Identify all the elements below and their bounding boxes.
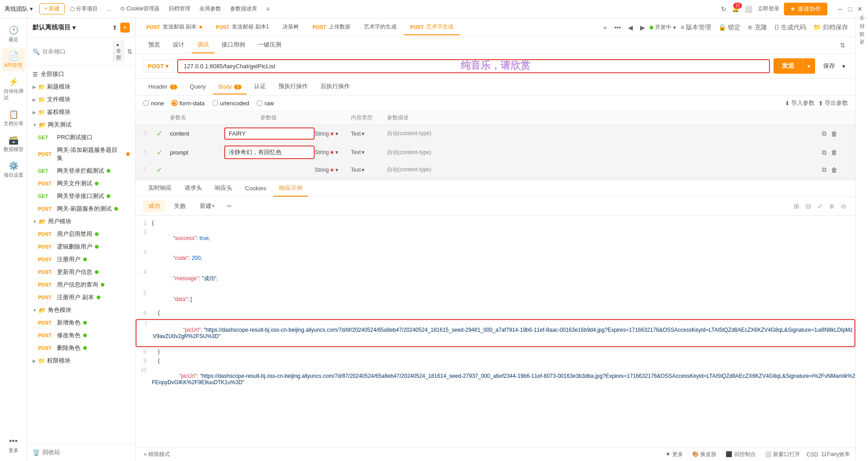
- radio-form-data[interactable]: form-data: [171, 100, 205, 107]
- send-button[interactable]: 发送: [774, 58, 802, 74]
- global-params-button[interactable]: 全局参数: [196, 4, 225, 14]
- tab-1[interactable]: POST 发送邮箱 副本1: [209, 19, 275, 35]
- folder-perm[interactable]: ▶ 📁 权限模块: [27, 354, 135, 367]
- filter-icon[interactable]: ⇅: [837, 41, 848, 50]
- copy-param-button[interactable]: ⧉: [821, 165, 827, 174]
- code-editor[interactable]: 1 { 2 "success": true, 3 "code": 200,: [136, 216, 855, 447]
- gen-code-button[interactable]: ⟨⟩ 生成代码: [772, 23, 809, 33]
- radio-raw[interactable]: raw: [256, 100, 274, 107]
- all-interfaces-item[interactable]: ☰ 全部接口: [27, 68, 135, 80]
- right-sidebar-word[interactable]: 字: [857, 22, 867, 27]
- sidebar-item-recent[interactable]: 🕐 最近: [2, 23, 25, 46]
- resp-tab-resp-headers[interactable]: 响应头: [209, 180, 238, 197]
- resp-sub-tab-success[interactable]: 成功: [143, 200, 165, 212]
- export-params-button[interactable]: ⬆ 导出参数: [818, 99, 848, 107]
- folder-auth[interactable]: ▶ 📁 鉴权模块: [27, 106, 135, 118]
- user-api-6[interactable]: POST 注册用户 副本: [27, 291, 135, 304]
- req-tab-header[interactable]: Header 1: [143, 80, 183, 94]
- settings-button[interactable]: ⬜: [744, 5, 753, 14]
- role-api-3[interactable]: POST 删除角色: [27, 342, 135, 354]
- resp-tab-cookies[interactable]: Cookies: [240, 181, 272, 196]
- gateway-api-5[interactable]: GET 网关登录接口测试: [27, 190, 135, 202]
- sub-tab-example[interactable]: 接口用例: [216, 37, 250, 53]
- add-folder-button[interactable]: +: [120, 23, 130, 33]
- resp-tab-req-headers[interactable]: 请求头: [179, 180, 208, 197]
- right-sidebar-segment[interactable]: 段: [857, 30, 867, 35]
- resp-grid-button[interactable]: ⊞: [792, 202, 801, 211]
- gateway-api-1[interactable]: GET PRC测试接口: [27, 131, 135, 144]
- content-type-selector[interactable]: Text ▾: [351, 167, 387, 173]
- version-mgr-button[interactable]: ≡ 版本管理: [678, 23, 714, 33]
- archive-save-button[interactable]: 📁 归档保存: [811, 23, 851, 33]
- more-status-button[interactable]: ▼ 更多: [663, 450, 686, 459]
- req-tab-pre-exec[interactable]: 预执行操作: [273, 79, 313, 95]
- team-selector[interactable]: 离线团队 ▾: [5, 5, 33, 13]
- resp-tab-example[interactable]: 响应示例: [274, 180, 308, 197]
- env-selector[interactable]: 开发中 ▾: [650, 24, 676, 31]
- tab-5[interactable]: POST 艺术字生成: [404, 19, 460, 35]
- resp-zoom-button[interactable]: ⊕: [827, 202, 836, 211]
- sub-tab-preview[interactable]: 预览: [143, 37, 165, 53]
- tab-2[interactable]: 决策树: [276, 19, 305, 35]
- notification-bell[interactable]: 🔔 15: [732, 5, 739, 12]
- drag-handle[interactable]: ⠿: [143, 130, 156, 137]
- export-button[interactable]: ⬆: [111, 23, 118, 32]
- save-dropdown-button[interactable]: ▾: [840, 59, 848, 73]
- refresh-button[interactable]: ↻: [720, 5, 727, 14]
- check-icon[interactable]: ✓: [156, 148, 170, 157]
- folder-file[interactable]: ▶ 📁 文件模块: [27, 93, 135, 106]
- drag-handle[interactable]: ⠿: [143, 149, 156, 156]
- trash-item[interactable]: 🗑️ 回收站: [33, 448, 130, 456]
- param-type-selector[interactable]: String ★ ▾: [315, 149, 351, 155]
- right-sidebar-describe[interactable]: 描: [857, 38, 867, 43]
- edit-example-button[interactable]: ✏: [223, 201, 236, 212]
- share-project-button[interactable]: ⬡ 分享项目: [66, 4, 101, 14]
- radio-urlencoded[interactable]: urlencoded: [212, 100, 249, 107]
- sidebar-item-more[interactable]: ••• 更多: [2, 434, 25, 456]
- tab-0[interactable]: POST 发送邮箱 副本: [140, 19, 208, 35]
- sidebar-item-settings[interactable]: ⚙️ 项目设置: [2, 158, 25, 181]
- check-icon[interactable]: ✓: [156, 165, 170, 174]
- resp-cols-button[interactable]: ⊟: [804, 202, 813, 211]
- gateway-api-3[interactable]: GET 网关登录拦截测试: [27, 165, 135, 177]
- gateway-api-6[interactable]: POST 网关-刷题服务的测试: [27, 202, 135, 215]
- tab-4[interactable]: 艺术字的生成: [358, 19, 403, 35]
- folder-gateway[interactable]: ▼ 📂 网关测试: [27, 118, 135, 131]
- clone-button[interactable]: ⊕ 克隆: [745, 23, 770, 33]
- skin-button[interactable]: 🎨 换皮肤: [689, 450, 719, 459]
- url-input[interactable]: [184, 63, 764, 70]
- gateway-api-4[interactable]: POST 网关文件测试: [27, 177, 135, 190]
- sub-tab-design[interactable]: 设计: [167, 37, 190, 53]
- role-api-2[interactable]: POST 修改角色: [27, 329, 135, 342]
- tab-3[interactable]: POST 上传数据: [306, 19, 357, 35]
- copy-param-button[interactable]: ⧉: [821, 129, 827, 138]
- delete-param-button[interactable]: 🗑: [830, 148, 838, 157]
- more-tabs-button[interactable]: •••: [612, 23, 624, 32]
- filter-all-tag[interactable]: ● 全部: [113, 41, 124, 62]
- console-button[interactable]: ⬛ 回控制台: [723, 450, 758, 459]
- user-api-2[interactable]: POST 逻辑删除用户: [27, 240, 135, 253]
- content-type-selector[interactable]: Text ▾: [351, 131, 387, 137]
- sidebar-item-auto[interactable]: ⚡ 自动化测试: [2, 74, 25, 104]
- user-api-3[interactable]: POST 注册用户: [27, 253, 135, 266]
- minimize-button[interactable]: ─: [836, 5, 844, 13]
- method-selector[interactable]: POST ▾: [143, 60, 174, 73]
- archive-button[interactable]: 归档管理: [165, 4, 194, 14]
- resp-expand-button[interactable]: ⤢: [816, 202, 825, 211]
- new-button[interactable]: + 新建: [39, 3, 65, 14]
- sidebar-item-docs[interactable]: 📋 文档分享: [2, 107, 25, 130]
- drag-handle[interactable]: ⠿: [143, 166, 156, 173]
- delete-param-button[interactable]: 🗑: [830, 129, 838, 138]
- check-icon[interactable]: ✓: [156, 129, 170, 138]
- param-type-selector[interactable]: String ★ ▾: [315, 167, 351, 173]
- req-tab-query[interactable]: Query: [184, 80, 211, 94]
- sort-button[interactable]: ⇅: [126, 47, 133, 56]
- sub-tab-stress[interactable]: 一键压测: [252, 37, 287, 53]
- user-api-4[interactable]: POST 更新用户信息: [27, 266, 135, 278]
- close-button[interactable]: ✕: [856, 5, 863, 13]
- next-tab-button[interactable]: ▶: [637, 23, 648, 32]
- send-dropdown-button[interactable]: ▾: [802, 58, 815, 74]
- resp-sub-tab-fail[interactable]: 失败: [168, 200, 192, 212]
- role-api-1[interactable]: POST 新增角色: [27, 316, 135, 329]
- login-button[interactable]: 立即登录: [758, 5, 779, 13]
